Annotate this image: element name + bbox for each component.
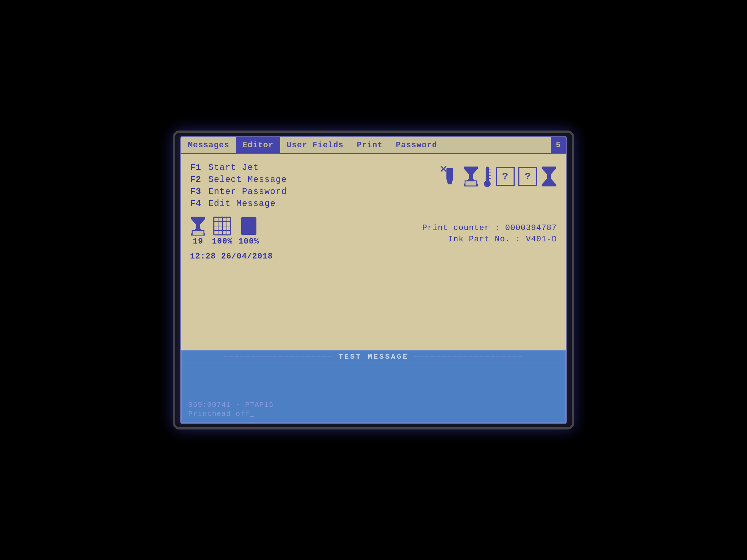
fkeys-section: F1 Start Jet F2 Select Message F3 Enter … xyxy=(190,163,557,211)
ink-part-label: Ink Part No. : xyxy=(448,235,521,244)
hourglass-value: 19 xyxy=(193,237,203,246)
status-bar: 19 xyxy=(190,217,557,248)
ink-part-value: V401-D xyxy=(526,235,557,244)
menu-number: 5 xyxy=(551,137,566,153)
datetime-bar: 12:28 26/04/2018 xyxy=(190,252,557,261)
solvent-pct-label: 100% xyxy=(239,237,259,246)
fkey-row-f3[interactable]: F3 Enter Password xyxy=(190,187,440,197)
solid-block-svg xyxy=(240,217,257,236)
hourglass-bottom-svg xyxy=(190,217,206,236)
fkey-text-f4: Edit Message xyxy=(208,199,276,209)
print-counter-label: Print counter : xyxy=(422,223,500,233)
svg-marker-5 xyxy=(465,181,477,186)
fkey-text-f1: Start Jet xyxy=(208,163,259,172)
hourglass-fill-icon xyxy=(463,166,479,187)
fkey-label-f3: F3 xyxy=(190,187,208,197)
screen-inner: Messages Editor User Fields Print Passwo… xyxy=(180,136,567,424)
datetime-display: 12:28 26/04/2018 xyxy=(190,252,273,261)
svg-marker-1 xyxy=(447,179,453,184)
ink-pct-label: 100% xyxy=(212,237,233,246)
main-content: F1 Start Jet F2 Select Message F3 Enter … xyxy=(181,154,566,350)
grid-icon-item: 100% xyxy=(212,217,233,246)
grid-icon-svg xyxy=(213,217,231,236)
svg-marker-14 xyxy=(192,230,204,236)
svg-rect-6 xyxy=(486,167,488,182)
svg-marker-12 xyxy=(542,167,556,186)
fkey-label-f2: F2 xyxy=(190,175,208,184)
ink-part-line: Ink Part No. : V401-D xyxy=(422,235,557,244)
message-title: TEST MESSAGE xyxy=(338,353,409,361)
thermometer-icon xyxy=(483,166,492,187)
print-info: Print counter : 0000394787 Ink Part No. … xyxy=(422,223,557,246)
fkey-row-f2[interactable]: F2 Select Message xyxy=(190,175,440,184)
print-counter-value: 0000394787 xyxy=(505,223,557,233)
bottom-icons-row: 19 xyxy=(190,217,259,246)
screen-outer: Messages Editor User Fields Print Passwo… xyxy=(173,131,574,429)
solid-block-icon-item: 100% xyxy=(239,217,259,246)
menu-password[interactable]: Password xyxy=(389,137,444,153)
svg-point-7 xyxy=(484,181,490,187)
message-content: 069:00741 - PTAP15 Printhead off_ xyxy=(182,362,565,422)
fkey-label-f1: F1 xyxy=(190,163,208,172)
fkey-label-f4: F4 xyxy=(190,199,208,209)
fkey-text-f3: Enter Password xyxy=(208,187,287,197)
status-icons-bottom: 19 xyxy=(190,217,259,246)
message-line-2: Printhead off_ xyxy=(188,410,559,418)
menu-editor[interactable]: Editor xyxy=(236,137,280,153)
fkeys-list: F1 Start Jet F2 Select Message F3 Enter … xyxy=(190,163,440,211)
hourglass-bottom-item: 19 xyxy=(190,217,206,246)
message-title-bar: ──────────────────── TEST MESSAGE ──────… xyxy=(182,351,565,362)
menu-user-fields[interactable]: User Fields xyxy=(280,137,350,153)
nozzle-blocked-icon xyxy=(440,166,459,187)
fkey-text-f2: Select Message xyxy=(208,175,287,184)
message-preview: ──────────────────── TEST MESSAGE ──────… xyxy=(181,350,566,423)
menubar: Messages Editor User Fields Print Passwo… xyxy=(181,137,566,154)
hourglass-dark-icon xyxy=(541,166,557,187)
message-line-1: 069:00741 - PTAP15 xyxy=(188,401,559,409)
menu-print[interactable]: Print xyxy=(350,137,389,153)
fkey-row-f4[interactable]: F4 Edit Message xyxy=(190,199,440,209)
question-box-1-icon: ? xyxy=(496,167,515,186)
status-icons-top: ? ? xyxy=(440,166,557,187)
fkey-row-f1[interactable]: F1 Start Jet xyxy=(190,163,440,172)
question-box-2-icon: ? xyxy=(518,167,537,186)
menu-messages[interactable]: Messages xyxy=(181,137,236,153)
svg-rect-0 xyxy=(447,168,453,179)
print-counter-line: Print counter : 0000394787 xyxy=(422,223,557,233)
svg-rect-22 xyxy=(241,217,256,235)
